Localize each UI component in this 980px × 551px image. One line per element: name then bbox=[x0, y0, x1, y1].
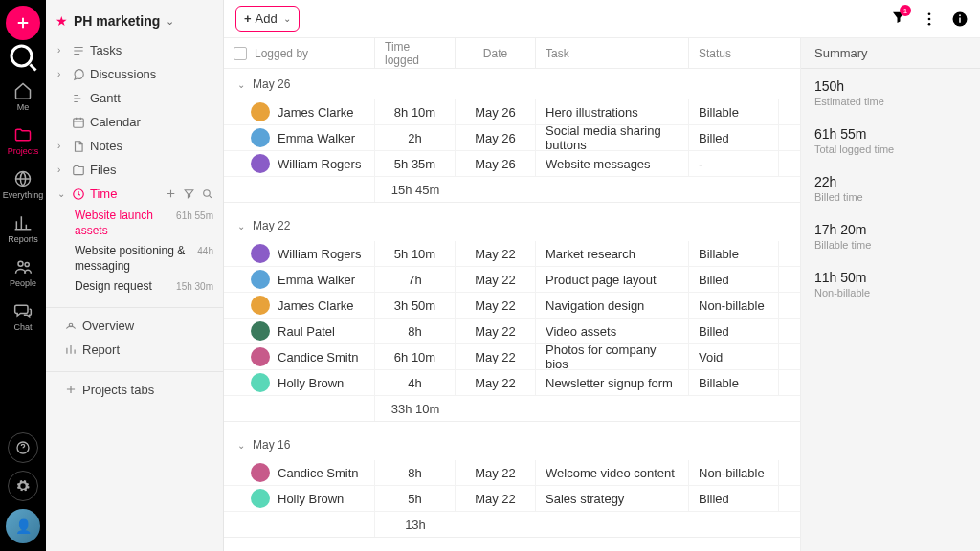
sidebar-report[interactable]: Report bbox=[46, 338, 223, 362]
summary-item: 150hEstimated time bbox=[801, 69, 980, 117]
time-sub-item[interactable]: Website launch assets61h 55m bbox=[46, 206, 223, 241]
table-row[interactable]: James Clarke 8h 10m May 26 Hero illustra… bbox=[224, 99, 800, 125]
summary-item: 17h 20mBillable time bbox=[801, 212, 980, 260]
time-sub-item[interactable]: Design request15h 30m bbox=[46, 276, 223, 298]
settings-button[interactable] bbox=[8, 471, 38, 501]
select-all-checkbox[interactable] bbox=[234, 47, 247, 60]
svg-point-0 bbox=[11, 46, 32, 66]
sidebar-projects-tabs[interactable]: Projects tabs bbox=[46, 378, 223, 402]
table-row[interactable]: Raul Patel 8h May 22 Video assets Billed bbox=[224, 319, 800, 344]
info-icon[interactable] bbox=[951, 11, 969, 28]
svg-point-3 bbox=[25, 262, 29, 266]
summary-panel: Summary 150hEstimated time61h 55mTotal l… bbox=[800, 38, 980, 551]
table-row[interactable]: Holly Brown 5h May 22 Sales strategy Bil… bbox=[224, 486, 800, 512]
chevron-down-icon: ⌄ bbox=[283, 13, 291, 24]
sidebar-time[interactable]: ⌄ Time bbox=[46, 182, 223, 206]
user-avatar[interactable]: 👤 bbox=[6, 509, 40, 543]
table-row[interactable]: Candice Smitn 6h 10m May 22 Photos for c… bbox=[224, 344, 800, 370]
sidebar-calendar[interactable]: Calendar bbox=[46, 110, 223, 134]
svg-point-7 bbox=[204, 190, 211, 197]
table-row[interactable]: William Rogers 5h 35m May 26 Website mes… bbox=[224, 151, 800, 177]
plus-icon: + bbox=[244, 11, 252, 26]
table-row[interactable]: Holly Brown 4h May 22 Newsletter signup … bbox=[224, 370, 800, 396]
rail-projects[interactable]: Projects bbox=[0, 119, 46, 163]
summary-item: 22hBilled time bbox=[801, 165, 980, 212]
table-row[interactable]: Candice Smitn 8h May 22 Welcome video co… bbox=[224, 460, 800, 486]
more-icon[interactable] bbox=[921, 11, 938, 28]
table-row[interactable]: Emma Walker 2h May 26 Social media shari… bbox=[224, 125, 800, 151]
col-status: Status bbox=[689, 38, 779, 68]
chevron-down-icon: ⌄ bbox=[166, 15, 174, 28]
topbar: + Add ⌄ bbox=[224, 0, 980, 38]
filter-icon[interactable] bbox=[183, 187, 195, 200]
col-date: Date bbox=[456, 38, 536, 68]
table-row[interactable]: William Rogers 5h 10m May 22 Market rese… bbox=[224, 241, 800, 267]
svg-rect-13 bbox=[959, 17, 961, 22]
filter-button[interactable] bbox=[890, 9, 907, 29]
sidebar-overview[interactable]: Overview bbox=[46, 314, 223, 338]
time-sub-item[interactable]: Website positioning & messaging44h bbox=[46, 241, 223, 276]
sidebar-discussions[interactable]: ›Discussions bbox=[46, 62, 223, 86]
rail-reports[interactable]: Reports bbox=[0, 207, 46, 251]
star-icon: ★ bbox=[56, 13, 68, 29]
table-row[interactable]: Emma Walker 7h May 22 Product page layou… bbox=[224, 267, 800, 293]
sidebar-notes[interactable]: ›Notes bbox=[46, 134, 223, 158]
svg-rect-5 bbox=[74, 118, 84, 126]
col-logged-by: Logged by bbox=[255, 47, 308, 60]
col-time-logged: Time logged bbox=[375, 38, 456, 68]
rail-me[interactable]: Me bbox=[0, 75, 46, 119]
svg-point-14 bbox=[959, 14, 961, 16]
sidebar-files[interactable]: ›Files bbox=[46, 158, 223, 182]
summary-item: 61h 55mTotal logged time bbox=[801, 117, 980, 165]
rail-chat[interactable]: Chat bbox=[0, 295, 46, 339]
rail-people[interactable]: People bbox=[0, 251, 46, 295]
svg-point-9 bbox=[928, 12, 931, 15]
date-group-header[interactable]: ⌄May 16 bbox=[224, 430, 800, 460]
date-group-header[interactable]: ⌄May 26 bbox=[224, 69, 800, 99]
group-subtotal: 15h 45m bbox=[224, 177, 800, 203]
add-icon[interactable] bbox=[165, 187, 177, 200]
sidebar-gantt[interactable]: Gantt bbox=[46, 86, 223, 110]
svg-point-2 bbox=[18, 261, 23, 266]
create-button[interactable] bbox=[6, 6, 40, 40]
time-table: Logged by Time logged Date Task Status ⌄… bbox=[224, 38, 800, 551]
sidebar: ★ PH marketing ⌄ ›Tasks ›Discussions Gan… bbox=[46, 0, 224, 551]
rail-everything[interactable]: Everything bbox=[0, 163, 46, 207]
group-subtotal: 33h 10m bbox=[224, 396, 800, 422]
summary-title: Summary bbox=[801, 38, 980, 69]
project-name: PH marketing bbox=[74, 13, 160, 29]
sidebar-tasks[interactable]: ›Tasks bbox=[46, 38, 223, 62]
summary-item: 11h 50mNon-billable bbox=[801, 260, 980, 308]
project-switcher[interactable]: ★ PH marketing ⌄ bbox=[46, 8, 223, 38]
search-button[interactable] bbox=[6, 40, 40, 75]
date-group-header[interactable]: ⌄May 22 bbox=[224, 210, 800, 241]
svg-point-10 bbox=[928, 17, 931, 20]
svg-point-11 bbox=[928, 22, 931, 25]
add-button[interactable]: + Add ⌄ bbox=[235, 6, 300, 32]
help-button[interactable] bbox=[8, 432, 38, 463]
group-subtotal: 13h bbox=[224, 512, 800, 538]
table-row[interactable]: James Clarke 3h 50m May 22 Navigation de… bbox=[224, 293, 800, 319]
search-icon[interactable] bbox=[201, 187, 213, 200]
col-task: Task bbox=[536, 38, 689, 68]
